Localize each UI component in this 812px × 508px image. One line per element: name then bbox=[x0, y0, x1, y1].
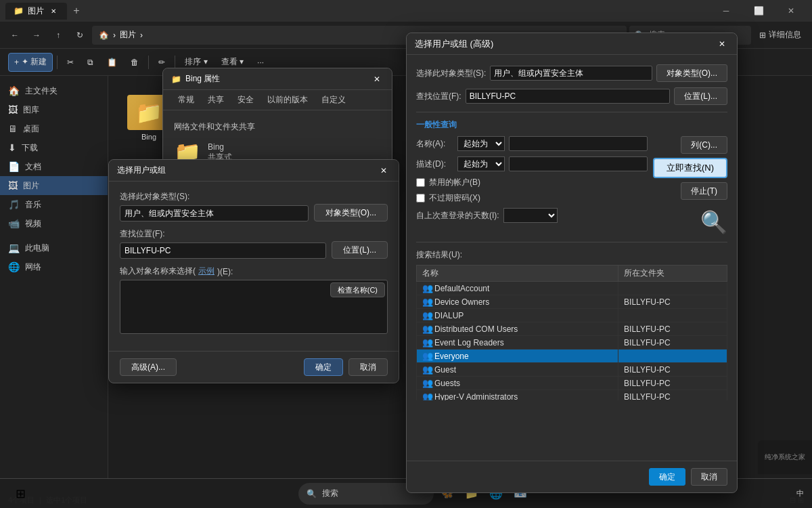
forward-btn[interactable]: → bbox=[27, 26, 46, 45]
adv-location-value: BILLYFU-PC bbox=[470, 91, 516, 101]
details-btn[interactable]: ⊞ 详细信息 bbox=[754, 26, 807, 45]
result-row[interactable]: 👥Distributed COM UsersBILLYFU-PC bbox=[417, 322, 727, 336]
sidebar-item-music[interactable]: 🎵 音乐 bbox=[0, 195, 108, 214]
bing-tab-custom[interactable]: 自定义 bbox=[315, 90, 353, 110]
bing-tab-share[interactable]: 共享 bbox=[201, 90, 231, 110]
adv-object-type-btn[interactable]: 对象类型(O)... bbox=[656, 64, 727, 82]
sidebar-item-pictures[interactable]: 🖼 图片 bbox=[0, 176, 108, 195]
select-user-footer: 高级(A)... 确定 取消 bbox=[109, 351, 399, 383]
advanced-ok-btn[interactable]: 确定 bbox=[649, 468, 685, 486]
result-row[interactable]: 👥GuestsBILLYFU-PC bbox=[417, 377, 727, 390]
object-type-btn[interactable]: 对象类型(O)... bbox=[314, 204, 388, 221]
bing-tab-security[interactable]: 安全 bbox=[231, 90, 261, 110]
sidebar-item-network[interactable]: 🌐 网络 bbox=[0, 257, 108, 276]
result-row-icon: 👥 bbox=[422, 378, 433, 388]
sidebar-item-gallery[interactable]: 🖼 图库 bbox=[0, 100, 108, 119]
docs-icon: 📄 bbox=[8, 161, 20, 172]
new-btn[interactable]: + ✦ 新建 bbox=[8, 53, 53, 72]
delete-btn[interactable]: 🗑 bbox=[125, 53, 144, 72]
result-row[interactable]: 👥DIALUP bbox=[417, 309, 727, 322]
address-path: 图片 bbox=[120, 29, 136, 41]
new-tab-btn[interactable]: + bbox=[67, 1, 86, 20]
select-user-title: 选择用户或组 bbox=[117, 165, 166, 176]
refresh-btn[interactable]: ↻ bbox=[70, 26, 89, 45]
divider-2 bbox=[416, 242, 727, 242]
disabled-accounts-checkbox[interactable] bbox=[416, 178, 425, 187]
desc-query-input[interactable] bbox=[509, 156, 648, 171]
days-label: 自上次查登录的天数(I): bbox=[416, 210, 499, 221]
adv-location-btn[interactable]: 位置(L)... bbox=[674, 87, 727, 105]
sidebar-label-music: 音乐 bbox=[25, 199, 41, 211]
location-group: 查找位置(F): BILLYFU-PC bbox=[120, 228, 326, 259]
start-btn[interactable]: ⊞ bbox=[8, 482, 32, 506]
sidebar-label-pictures: 图片 bbox=[23, 180, 39, 192]
advanced-btn[interactable]: 高级(A)... bbox=[120, 358, 177, 376]
bing-tab-previous[interactable]: 以前的版本 bbox=[261, 90, 315, 110]
result-name-cell: 👥Guests bbox=[417, 377, 618, 390]
active-tab[interactable]: 📁 图片 ✕ bbox=[5, 3, 67, 20]
cut-btn[interactable]: ✂ bbox=[62, 53, 79, 72]
window-close-btn[interactable]: ✕ bbox=[775, 0, 807, 22]
days-select[interactable] bbox=[503, 208, 558, 223]
download-icon: ⬇ bbox=[8, 142, 16, 153]
result-name-cell: 👥Event Log Readers bbox=[417, 336, 618, 350]
up-btn[interactable]: ↑ bbox=[49, 26, 68, 45]
object-type-value: 用户、组或内置安全主体 bbox=[125, 208, 214, 219]
columns-btn[interactable]: 列(C)... bbox=[681, 136, 727, 154]
select-user-ok-btn[interactable]: 确定 bbox=[304, 358, 343, 376]
minimize-btn[interactable]: ─ bbox=[710, 0, 742, 22]
sidebar-item-downloads[interactable]: ⬇ 下载 bbox=[0, 138, 108, 157]
name-query-select[interactable]: 起始为 bbox=[457, 136, 505, 151]
check-name-btn[interactable]: 检查名称(C) bbox=[330, 282, 385, 297]
select-user-dialog: 选择用户或组 ✕ 选择此对象类型(S): 用户、组或内置安全主体 对象类型(O)… bbox=[108, 159, 399, 383]
results-table: 名称 所在文件夹 👥DefaultAccount👥Device OwnersBI… bbox=[416, 265, 727, 400]
name-query-input[interactable] bbox=[509, 136, 648, 151]
result-row[interactable]: 👥GuestBILLYFU-PC bbox=[417, 363, 727, 377]
sidebar-item-home[interactable]: 🏠 主文件夹 bbox=[0, 81, 108, 100]
select-user-cancel-btn[interactable]: 取消 bbox=[348, 358, 388, 376]
result-row[interactable]: 👥Hyper-V AdministratorsBILLYFU-PC bbox=[417, 390, 727, 401]
sidebar-spacer bbox=[0, 233, 108, 238]
copy-btn[interactable]: ⧉ bbox=[82, 53, 99, 72]
sidebar-item-desktop[interactable]: 🖥 桌面 bbox=[0, 119, 108, 138]
folder-label-bing: Bing bbox=[141, 133, 156, 141]
desc-query-select[interactable]: 起始为 bbox=[457, 156, 505, 171]
bing-dialog-close-btn[interactable]: ✕ bbox=[370, 72, 384, 86]
advanced-dialog-title: 选择用户或组 (高级) bbox=[415, 38, 493, 50]
sidebar-item-video[interactable]: 📹 视频 bbox=[0, 214, 108, 233]
more-label: ··· bbox=[257, 58, 264, 67]
search-now-btn[interactable]: 立即查找(N) bbox=[653, 158, 727, 178]
rename-icon: ✏ bbox=[158, 58, 165, 67]
sidebar-item-thispc[interactable]: 💻 此电脑 bbox=[0, 238, 108, 257]
back-btn[interactable]: ← bbox=[5, 26, 24, 45]
result-row-icon: 👥 bbox=[422, 297, 433, 307]
result-row[interactable]: 👥Everyone bbox=[417, 350, 727, 363]
advanced-dialog-title-bar: 选择用户或组 (高级) ✕ bbox=[407, 33, 737, 55]
advanced-cancel-btn[interactable]: 取消 bbox=[691, 468, 727, 486]
input-name-group: 输入对象名称来选择( 示例 )(E): 检查名称(C) bbox=[120, 266, 388, 336]
result-row[interactable]: 👥Event Log ReadersBILLYFU-PC bbox=[417, 336, 727, 350]
toolbar-divider2 bbox=[148, 56, 149, 69]
tab-close-btn[interactable]: ✕ bbox=[48, 5, 59, 16]
no-expiry-checkbox[interactable] bbox=[416, 194, 425, 203]
results-header-row: 名称 所在文件夹 bbox=[417, 266, 727, 282]
stop-btn[interactable]: 停止(T) bbox=[681, 182, 727, 200]
cut-icon: ✂ bbox=[67, 58, 74, 67]
sidebar-label-docs: 文档 bbox=[25, 161, 41, 173]
result-location-cell: BILLYFU-PC bbox=[618, 377, 727, 390]
result-row[interactable]: 👥Device OwnersBILLYFU-PC bbox=[417, 295, 727, 309]
location-btn[interactable]: 位置(L)... bbox=[332, 241, 388, 259]
maximize-btn[interactable]: ⬜ bbox=[743, 0, 774, 22]
address-home-icon: 🏠 bbox=[99, 30, 109, 40]
sidebar-item-docs[interactable]: 📄 文档 bbox=[0, 157, 108, 176]
result-row[interactable]: 👥DefaultAccount bbox=[417, 282, 727, 295]
sidebar-label-thispc: 此电脑 bbox=[25, 242, 49, 254]
taskbar-time-label: 中 bbox=[796, 488, 804, 499]
advanced-dialog-body: 选择此对象类型(S): 用户、组或内置安全主体 对象类型(O)... 查找位置(… bbox=[407, 55, 737, 461]
bing-tab-general[interactable]: 常规 bbox=[171, 90, 201, 110]
example-link[interactable]: 示例 bbox=[198, 266, 215, 277]
advanced-dialog-close-btn[interactable]: ✕ bbox=[715, 37, 729, 51]
select-user-close-btn[interactable]: ✕ bbox=[377, 164, 390, 177]
toolbar-divider bbox=[57, 56, 58, 69]
paste-btn[interactable]: 📋 bbox=[102, 53, 122, 72]
